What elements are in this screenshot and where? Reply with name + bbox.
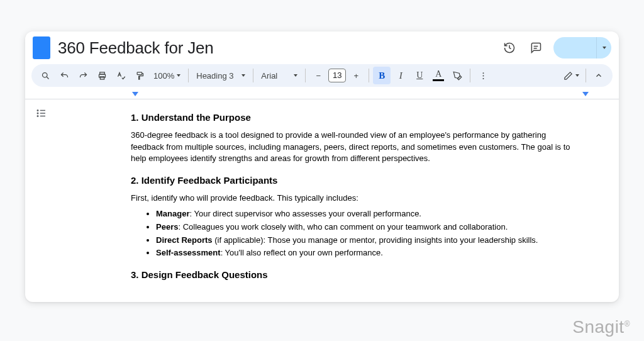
font-size-increase[interactable]: + (347, 67, 365, 84)
comments-icon[interactable] (527, 39, 545, 57)
heading-3[interactable]: 3. Design Feedback Questions (131, 268, 581, 282)
heading-1[interactable]: 1. Understand the Purpose (131, 111, 581, 125)
svg-point-10 (482, 75, 484, 76)
redo-icon[interactable] (74, 67, 92, 84)
search-icon[interactable] (36, 67, 54, 84)
separator (253, 69, 253, 82)
title-actions (501, 37, 611, 59)
list-item: Direct Reports (if applicable): Those yo… (156, 235, 581, 247)
title-bar: 360 Feedback for Jen (25, 31, 619, 62)
outline-toggle-icon[interactable] (34, 106, 49, 121)
docs-logo-icon[interactable] (33, 36, 50, 59)
undo-icon[interactable] (55, 67, 73, 84)
separator (369, 69, 369, 82)
zoom-dropdown[interactable]: 100% (150, 67, 184, 84)
svg-point-14 (37, 113, 38, 114)
svg-point-16 (37, 116, 38, 117)
editing-mode-button[interactable] (561, 67, 582, 84)
toolbar: 100% Heading 3 Arial − 13 + B I U (31, 64, 613, 87)
separator (586, 69, 586, 82)
font-family-dropdown[interactable]: Arial (257, 67, 301, 84)
text-color-letter: A (435, 70, 441, 79)
separator (470, 69, 470, 82)
svg-point-12 (37, 110, 38, 111)
document-page[interactable]: 1. Understand the Purpose 360-degree fee… (55, 99, 619, 302)
document-body: 1. Understand the Purpose 360-degree fee… (25, 99, 619, 302)
font-size-group: − 13 + (309, 67, 365, 84)
share-dropdown[interactable] (596, 37, 611, 59)
font-family-value: Arial (261, 71, 277, 81)
svg-point-9 (482, 72, 484, 74)
list-item: Self-assessment: You'll also reflect on … (156, 247, 581, 259)
svg-rect-8 (137, 72, 142, 74)
separator (305, 69, 306, 82)
zoom-value: 100% (153, 71, 174, 81)
bold-button[interactable]: B (373, 67, 391, 84)
spellcheck-icon[interactable] (112, 67, 130, 84)
svg-line-3 (47, 77, 48, 79)
font-size-input[interactable]: 13 (328, 69, 346, 82)
indent-marker-right-icon[interactable] (582, 92, 589, 96)
snagit-watermark: Snagit® (572, 317, 630, 337)
font-size-decrease[interactable]: − (309, 67, 327, 84)
participants-list[interactable]: Manager: Your direct supervisor who asse… (131, 208, 581, 259)
collapse-toolbar-icon[interactable] (590, 67, 608, 84)
paragraph-2[interactable]: First, identify who will provide feedbac… (131, 193, 581, 204)
paragraph-style-dropdown[interactable]: Heading 3 (192, 67, 249, 84)
svg-point-11 (482, 77, 484, 79)
toolbar-container: 100% Heading 3 Arial − 13 + B I U (25, 62, 619, 91)
list-item: Manager: Your direct supervisor who asse… (156, 208, 581, 220)
share-main[interactable] (553, 37, 596, 59)
text-color-button[interactable]: A (430, 67, 447, 84)
document-window: 360 Feedback for Jen (25, 31, 619, 302)
print-icon[interactable] (93, 67, 111, 84)
paragraph-style-value: Heading 3 (196, 71, 233, 81)
paint-format-icon[interactable] (131, 67, 148, 84)
heading-2[interactable]: 2. Identify Feedback Participants (131, 174, 581, 187)
text-color-swatch (433, 79, 444, 81)
underline-button[interactable]: U (411, 67, 428, 84)
share-button[interactable] (553, 37, 611, 59)
document-title[interactable]: 360 Feedback for Jen (58, 38, 493, 58)
left-gutter (25, 99, 55, 302)
svg-point-2 (42, 72, 47, 77)
highlight-color-button[interactable] (448, 67, 466, 84)
history-icon[interactable] (501, 39, 518, 57)
more-format-icon[interactable] (474, 67, 492, 84)
indent-marker-left-icon[interactable] (132, 92, 138, 96)
ruler[interactable] (25, 91, 619, 99)
list-item: Peers: Colleagues you work closely with,… (156, 221, 581, 233)
paragraph-1[interactable]: 360-degree feedback is a tool designed t… (131, 130, 581, 165)
italic-button[interactable]: I (392, 67, 409, 84)
separator (188, 69, 189, 82)
